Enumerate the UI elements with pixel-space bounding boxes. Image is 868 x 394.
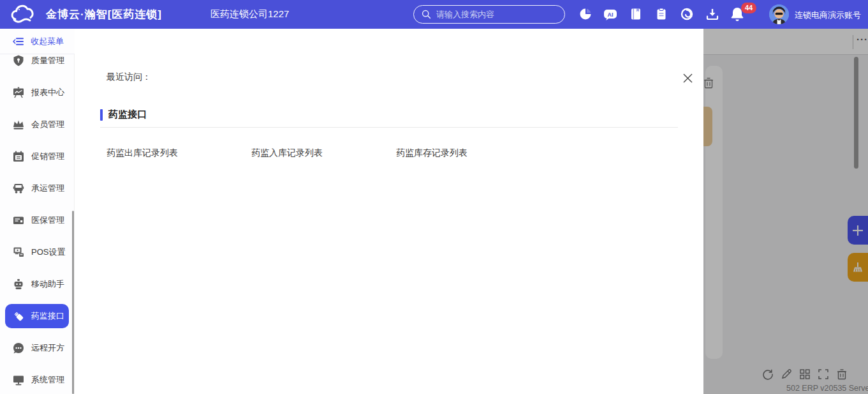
avatar[interactable]	[769, 4, 789, 24]
section-title: 药监接口	[108, 109, 147, 121]
truck-icon	[13, 183, 24, 194]
svg-text:AI: AI	[608, 11, 614, 18]
search-icon	[422, 10, 431, 19]
link-inventory-records[interactable]: 药监库存记录列表	[396, 148, 541, 159]
crown-icon	[13, 119, 24, 130]
pie-chart-icon[interactable]	[579, 8, 593, 22]
report-board-icon	[13, 87, 24, 98]
collapse-menu-button[interactable]: 收起菜单	[0, 29, 75, 54]
account-name[interactable]: 连锁电商演示账号	[795, 10, 861, 21]
recent-visits-label: 最近访问：	[107, 72, 151, 83]
sidebar-item-insurance[interactable]: 医保管理	[0, 204, 75, 236]
pos-terminal-icon	[13, 246, 24, 258]
sidebar-item-mobile-assistant[interactable]: 移动助手	[0, 268, 75, 300]
sidebar-item-system[interactable]: 系统管理	[0, 364, 75, 394]
close-icon	[682, 73, 693, 84]
sidebar-item-reports[interactable]: 报表中心	[0, 77, 75, 109]
notification-badge: 44	[741, 3, 756, 13]
robot-icon	[13, 278, 24, 290]
app-root: 金博云·瀚智[医药连锁] 医药连锁公司1227 AI	[0, 0, 868, 394]
service-swirl-icon[interactable]	[680, 8, 695, 22]
sidebar-item-remote-prescription[interactable]: 远程开方	[0, 332, 75, 364]
background-page: ··· 502 ERP v20535 Server	[703, 29, 868, 394]
section-accent-bar	[100, 109, 103, 121]
top-header: 金博云·瀚智[医药连锁] 医药连锁公司1227 AI	[0, 0, 868, 29]
sidebar-menu: 质量管理 报表中心 会员管理 促销管理 承运管理 医保管理	[0, 54, 75, 394]
sidebar-item-carriers[interactable]: 承运管理	[0, 172, 75, 204]
sidebar-item-quality[interactable]: 质量管理	[0, 54, 75, 77]
sidebar-item-promotions[interactable]: 促销管理	[0, 140, 75, 172]
collapse-menu-icon	[13, 36, 24, 47]
search-input[interactable]	[436, 10, 551, 19]
section-header: 药监接口	[100, 109, 147, 121]
download-icon[interactable]	[706, 8, 720, 22]
close-button[interactable]	[680, 71, 695, 85]
global-search[interactable]	[413, 5, 565, 24]
sidebar-scrollbar[interactable]	[72, 211, 74, 394]
ai-assistant-icon[interactable]: AI	[603, 8, 617, 22]
clipboard-icon[interactable]	[655, 8, 669, 22]
insurance-card-icon	[13, 215, 24, 226]
brand-title: 金博云·瀚智[医药连锁]	[46, 7, 162, 22]
recent-links: 药监出库记录列表 药监入库记录列表 药监库存记录列表	[107, 148, 541, 159]
handbook-icon[interactable]	[629, 8, 644, 22]
section-divider	[100, 127, 678, 128]
monitor-icon	[13, 374, 24, 386]
sidebar-item-drug-interface[interactable]: 药监接口	[0, 300, 75, 332]
overlay-mask[interactable]	[703, 29, 868, 394]
chat-dots-icon	[13, 342, 24, 354]
sidebar: 收起菜单 质量管理 报表中心 会员管理 促销管理 承运管理	[0, 29, 75, 394]
recent-visits-panel: 最近访问： 药监接口 药监出库记录列表 药监入库记录列表 药监库存记录列表	[75, 29, 703, 394]
collapse-menu-label: 收起菜单	[31, 36, 64, 47]
app-logo-icon	[10, 3, 36, 27]
promo-calendar-icon	[13, 151, 24, 162]
usb-drive-icon	[13, 310, 24, 322]
company-title: 医药连锁公司1227	[210, 8, 289, 20]
link-outbound-records[interactable]: 药监出库记录列表	[107, 148, 251, 159]
shield-icon	[13, 55, 24, 66]
sidebar-item-pos[interactable]: POS设置	[0, 236, 75, 268]
link-inbound-records[interactable]: 药监入库记录列表	[251, 148, 396, 159]
sidebar-item-members[interactable]: 会员管理	[0, 109, 75, 140]
